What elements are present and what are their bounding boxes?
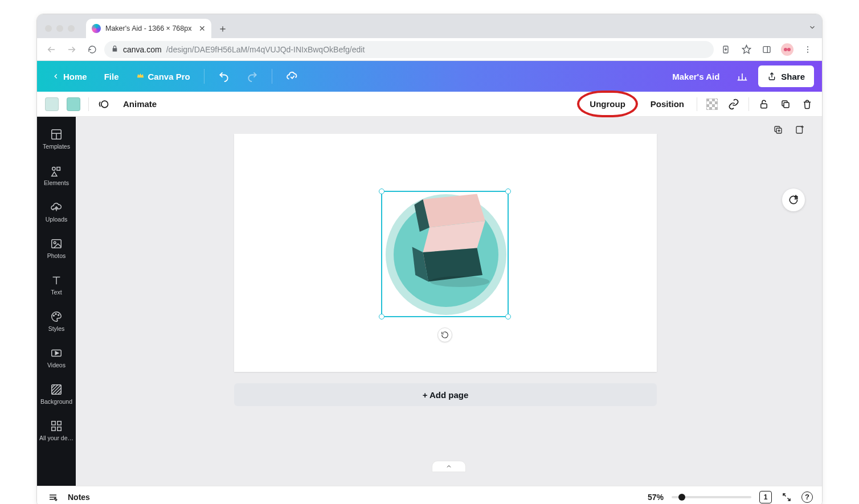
help-button[interactable]: ? [801, 491, 813, 503]
notes-button[interactable]: Notes [68, 493, 90, 502]
sidebar-item-label: Styles [48, 325, 65, 332]
insights-icon[interactable] [730, 66, 755, 87]
window-controls[interactable] [45, 25, 75, 32]
canva-pro-button[interactable]: Canva Pro [129, 67, 197, 86]
install-app-icon[interactable] [717, 41, 734, 58]
browser-tab[interactable]: Maker's Aid - 1366 × 768px ✕ [86, 19, 211, 38]
context-toolbar: Animate Ungroup Position [37, 92, 822, 117]
cloud-save-icon[interactable] [279, 65, 305, 87]
pro-label: Canva Pro [148, 72, 190, 81]
selection-handle-br[interactable] [505, 314, 511, 319]
duplicate-icon[interactable] [779, 97, 792, 111]
footer-bar: Notes 57% 1 ? [37, 486, 822, 504]
zoom-thumb[interactable] [678, 494, 685, 501]
notes-icon[interactable] [46, 490, 60, 504]
close-tab-icon[interactable]: ✕ [199, 24, 206, 33]
browser-addressbar: canva.com/design/DAE9fH56LaM/m4qVUJQd-IN… [37, 38, 822, 61]
graphic-box-image[interactable] [396, 189, 504, 297]
app-body: Templates Elements Uploads Photos Text S… [37, 117, 822, 486]
color-swatch-2[interactable] [67, 97, 80, 111]
nav-back-button[interactable] [43, 41, 60, 58]
duplicate-page-icon[interactable] [772, 124, 784, 136]
tabs-dropdown-icon[interactable] [808, 23, 816, 34]
svg-point-7 [784, 48, 787, 51]
trash-icon[interactable] [800, 97, 814, 111]
sidebar-item-templates[interactable]: Templates [37, 122, 76, 155]
transparency-icon[interactable] [705, 97, 719, 111]
animate-button[interactable]: Animate [118, 96, 161, 112]
sidebar-item-label: All your de… [39, 435, 73, 441]
selection-box[interactable] [381, 191, 509, 317]
link-icon[interactable] [727, 97, 741, 111]
selection-handle-tl[interactable] [379, 189, 384, 194]
svg-rect-32 [57, 167, 60, 171]
svg-point-39 [54, 315, 55, 316]
svg-rect-53 [58, 427, 61, 431]
sidebar-item-videos[interactable]: Videos [37, 341, 76, 374]
traffic-max-icon[interactable] [68, 25, 75, 32]
omnibox[interactable]: canva.com/design/DAE9fH56LaM/m4qVUJQd-IN… [104, 41, 714, 58]
bottom-drawer-handle[interactable] [432, 461, 466, 472]
zoom-value[interactable]: 57% [648, 493, 664, 502]
sidebar-item-label: Templates [43, 143, 70, 150]
nav-forward-button[interactable] [63, 41, 80, 58]
browser-menu-icon[interactable] [799, 41, 816, 58]
animate-icon[interactable] [97, 97, 111, 111]
svg-point-66 [430, 276, 490, 287]
share-button[interactable]: Share [758, 65, 814, 87]
file-menu[interactable]: File [97, 67, 126, 86]
svg-point-36 [54, 241, 56, 244]
traffic-close-icon[interactable] [45, 25, 52, 32]
nav-reload-button[interactable] [84, 41, 101, 58]
add-page-label: + Add page [423, 390, 469, 400]
svg-rect-25 [715, 107, 718, 110]
sidebar-item-photos[interactable]: Photos [37, 232, 76, 265]
traffic-min-icon[interactable] [56, 25, 63, 32]
position-button[interactable]: Position [646, 96, 689, 112]
bookmark-icon[interactable] [738, 41, 755, 58]
ungroup-button[interactable]: Ungroup [585, 96, 629, 112]
sidebar-item-styles[interactable]: Styles [37, 305, 76, 338]
browser-window: Maker's Aid - 1366 × 768px ✕ ＋ canva.com… [36, 14, 823, 504]
toolbar-divider [88, 97, 89, 111]
svg-rect-18 [706, 99, 709, 101]
tab-title: Maker's Aid - 1366 × 768px [105, 24, 191, 32]
sidepanel-icon[interactable] [758, 41, 775, 58]
new-tab-button[interactable]: ＋ [215, 21, 231, 36]
file-label: File [104, 72, 119, 81]
sidebar-item-background[interactable]: Background [37, 378, 76, 411]
fullscreen-icon[interactable] [780, 490, 793, 504]
undo-button[interactable] [211, 66, 236, 87]
home-button[interactable]: Home [45, 67, 94, 86]
svg-rect-50 [52, 421, 55, 425]
url-path: /design/DAE9fH56LaM/m4qVUJQd-INIxBwqOkBe… [166, 45, 365, 54]
design-canvas[interactable] [234, 134, 657, 372]
selection-handle-tr[interactable] [505, 189, 511, 194]
regenerate-button[interactable]: + [782, 189, 805, 211]
redo-button[interactable] [240, 66, 265, 87]
page-indicator[interactable]: 1 [759, 491, 772, 503]
sidebar-item-all-designs[interactable]: All your de… [37, 414, 76, 447]
svg-marker-33 [52, 172, 57, 176]
add-page-button[interactable]: + Add page [234, 383, 657, 406]
project-title[interactable]: Maker's Aid [665, 67, 726, 86]
selection-handle-bl[interactable] [379, 314, 384, 319]
rotate-handle[interactable] [437, 327, 452, 342]
canvas-stage[interactable]: + + Add page [76, 117, 822, 486]
project-title-label: Maker's Aid [672, 72, 719, 81]
sidebar-item-uploads[interactable]: Uploads [37, 195, 76, 228]
sidebar-item-label: Videos [47, 362, 66, 368]
lock-icon[interactable] [757, 97, 771, 111]
color-swatch-1[interactable] [45, 97, 59, 111]
crown-icon [136, 71, 145, 81]
header-separator-2 [272, 69, 272, 84]
svg-rect-26 [761, 104, 767, 108]
lock-icon [111, 45, 118, 54]
zoom-slider[interactable] [672, 496, 751, 498]
toolbar-divider-2 [697, 97, 697, 111]
svg-point-8 [787, 48, 791, 51]
sidebar-item-text[interactable]: Text [37, 268, 76, 301]
profile-avatar[interactable] [779, 41, 796, 58]
add-page-icon[interactable] [793, 124, 806, 136]
sidebar-item-elements[interactable]: Elements [37, 159, 76, 192]
